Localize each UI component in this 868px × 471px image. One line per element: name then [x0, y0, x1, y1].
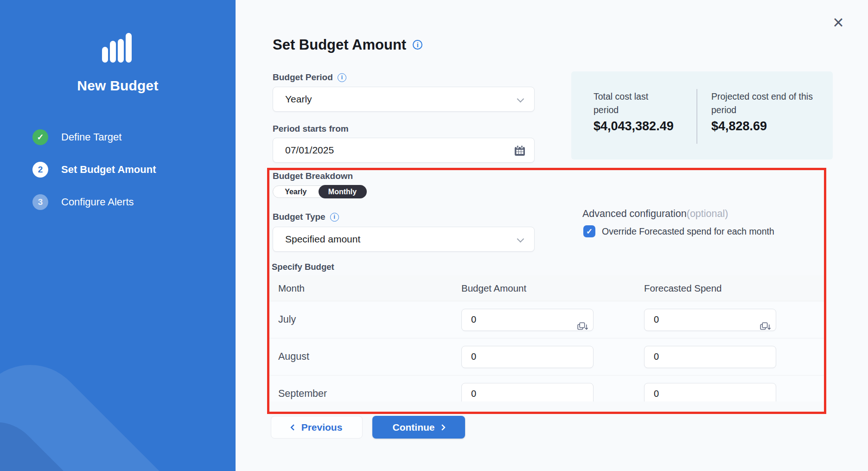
close-icon[interactable]: ×: [828, 12, 849, 32]
forecasted-spend-input-wrap: [644, 316, 776, 324]
step-number-badge: 3: [32, 194, 48, 210]
forecasted-spend-input-wrap: [644, 353, 776, 361]
step-configure-alerts[interactable]: 3 Configure Alerts: [32, 194, 218, 210]
wizard-steps: ✓ Define Target 2 Set Budget Amount 3 Co…: [32, 129, 218, 227]
step-label: Set Budget Amount: [61, 164, 156, 176]
chevron-down-icon: [517, 236, 524, 243]
specify-budget-table: Month Budget Amount Forecasted Spend Jul…: [268, 275, 826, 401]
budget-type-select[interactable]: Specified amount: [273, 227, 535, 252]
budget-amount-input[interactable]: [461, 383, 594, 402]
budget-type-label: Budget Type i: [273, 212, 339, 222]
total-cost-label: Total cost last period: [594, 90, 675, 117]
budget-period-value: Yearly: [285, 94, 312, 105]
override-forecast-checkbox-row[interactable]: ✓ Override Forecasted spend for each mon…: [583, 225, 774, 237]
optional-suffix: (optional): [687, 208, 728, 219]
info-icon[interactable]: i: [338, 73, 346, 82]
previous-button[interactable]: Previous: [271, 416, 363, 439]
forecasted-spend-input-wrap: [644, 390, 776, 398]
continue-button[interactable]: Continue: [372, 416, 465, 439]
column-header-forecasted-spend: Forecasted Spend: [644, 283, 826, 294]
override-forecast-label: Override Forecasted spend for each month: [602, 226, 774, 237]
column-header-month: Month: [278, 283, 461, 294]
step-complete-check-icon: ✓: [32, 129, 48, 145]
breakdown-toggle: Yearly Monthly: [273, 185, 366, 198]
forecasted-spend-input[interactable]: [644, 309, 776, 331]
chevron-left-icon: [290, 424, 297, 430]
forecasted-spend-input[interactable]: [644, 346, 776, 368]
projected-cost-value: $4,828.69: [711, 119, 767, 134]
calendar-icon[interactable]: [514, 145, 526, 159]
budget-type-value: Specified amount: [285, 234, 360, 245]
table-header-row: Month Budget Amount Forecasted Spend: [268, 275, 826, 301]
summary-divider: [696, 89, 697, 144]
page-title: Set Budget Amount i: [273, 37, 422, 53]
chevron-right-icon: [439, 424, 446, 430]
period-starts-label: Period starts from: [273, 124, 349, 134]
wizard-title: New Budget: [0, 78, 236, 94]
chevron-down-icon: [517, 95, 524, 103]
budget-period-select[interactable]: Yearly: [273, 87, 535, 112]
column-header-budget-amount: Budget Amount: [461, 283, 644, 294]
advanced-configuration-title: Advanced configuration(optional): [582, 208, 728, 220]
specify-budget-label: Specify Budget: [272, 262, 334, 272]
sidebar: New Budget ✓ Define Target 2 Set Budget …: [0, 0, 236, 471]
period-start-date-value: 07/01/2025: [285, 145, 334, 156]
cost-summary-panel: Total cost last period $4,043,382.49 Pro…: [571, 71, 833, 159]
budget-amount-input[interactable]: [461, 346, 594, 368]
table-row-august: August: [268, 338, 826, 376]
month-cell: August: [278, 351, 461, 363]
step-set-budget-amount[interactable]: 2 Set Budget Amount: [32, 162, 218, 178]
month-cell: September: [278, 388, 461, 400]
step-number-badge: 2: [32, 162, 48, 178]
toggle-option-yearly[interactable]: Yearly: [273, 185, 319, 198]
copy-value-down-icon[interactable]: [760, 322, 771, 334]
bar-chart-logo-icon: [102, 33, 132, 63]
budget-amount-input-wrap: [461, 390, 594, 398]
total-cost-value: $4,043,382.49: [594, 119, 674, 134]
toggle-option-monthly[interactable]: Monthly: [319, 185, 367, 198]
info-icon[interactable]: i: [413, 40, 422, 50]
table-row-september: September: [268, 376, 826, 401]
info-icon[interactable]: i: [330, 213, 339, 222]
page-title-text: Set Budget Amount: [273, 37, 406, 53]
modal-content: × Set Budget Amount i Budget Period i Ye…: [236, 0, 868, 471]
step-label: Configure Alerts: [61, 196, 134, 208]
table-row-july: July: [268, 301, 826, 338]
projected-cost-label: Projected cost end of this period: [711, 90, 813, 117]
period-start-date-input[interactable]: 07/01/2025: [273, 138, 535, 163]
step-define-target[interactable]: ✓ Define Target: [32, 129, 218, 145]
budget-amount-input-wrap: [461, 316, 594, 324]
checkbox-checked-icon[interactable]: ✓: [583, 225, 595, 237]
copy-value-down-icon[interactable]: [577, 322, 588, 334]
forecasted-spend-input[interactable]: [644, 383, 776, 402]
budget-breakdown-label: Budget Breakdown: [273, 171, 353, 181]
budget-period-label: Budget Period i: [273, 72, 346, 83]
budget-amount-input[interactable]: [461, 309, 594, 331]
new-budget-wizard: New Budget ✓ Define Target 2 Set Budget …: [0, 0, 868, 471]
budget-amount-input-wrap: [461, 353, 594, 361]
month-cell: July: [278, 314, 461, 325]
step-label: Define Target: [61, 131, 121, 143]
